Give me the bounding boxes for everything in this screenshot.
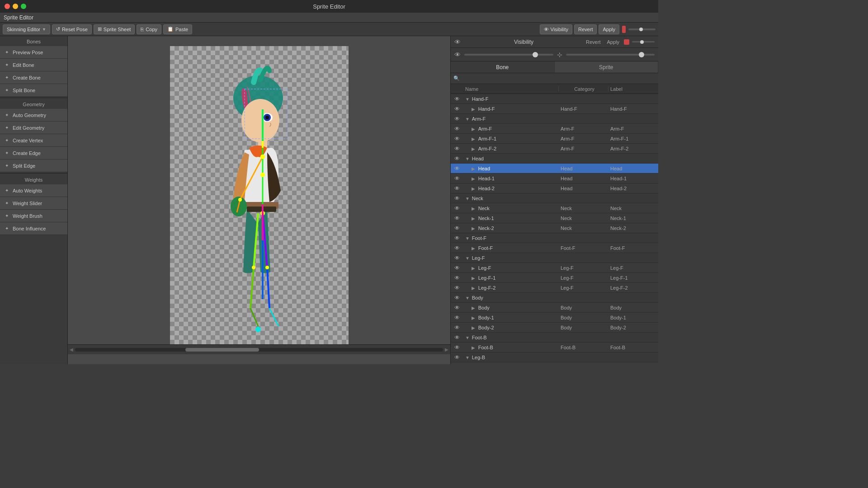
- expand-arrow-icon[interactable]: ▼: [465, 117, 471, 122]
- eye-button[interactable]: 👁: [454, 245, 460, 251]
- expand-arrow-icon[interactable]: ▼: [465, 236, 471, 241]
- tree-row[interactable]: 👁▶ Body-2BodyBody-2: [451, 323, 658, 333]
- expand-arrow-icon[interactable]: ▼: [465, 156, 471, 161]
- search-input[interactable]: [462, 76, 656, 81]
- apply-button[interactable]: Apply: [599, 24, 619, 34]
- eye-button[interactable]: 👁: [454, 185, 460, 192]
- tree-row[interactable]: 👁▶ NeckNeckNeck: [451, 203, 658, 213]
- edit-bone-button[interactable]: ✦ Edit Bone: [0, 59, 67, 71]
- eye-button[interactable]: 👁: [454, 205, 460, 211]
- tree-row[interactable]: 👁▼ Hand-F: [451, 94, 658, 104]
- tree-row[interactable]: 👁▶ Arm-F-1Arm-FArm-F-1: [451, 134, 658, 144]
- tree-row[interactable]: 👁▶ Arm-F-2Arm-FArm-F-2: [451, 144, 658, 154]
- eye-button[interactable]: 👁: [454, 285, 460, 291]
- create-edge-button[interactable]: ✦ Create Edge: [0, 147, 67, 160]
- eye-button[interactable]: 👁: [454, 106, 460, 112]
- tab-bone[interactable]: Bone: [451, 61, 555, 73]
- close-button[interactable]: [5, 4, 10, 9]
- apply-vis-button[interactable]: Apply: [605, 39, 621, 45]
- eye-button[interactable]: 👁: [454, 255, 460, 261]
- eye-button[interactable]: 👁: [454, 136, 460, 142]
- tree-row[interactable]: 👁▶ Body-1BodyBody-1: [451, 313, 658, 323]
- tree-row[interactable]: 👁▶ Foot-FFoot-FFoot-F: [451, 243, 658, 253]
- tree-row[interactable]: 👁▶ Leg-F-1Leg-FLeg-F-1: [451, 273, 658, 283]
- bone-influence-button[interactable]: ✦ Bone Influence: [0, 222, 67, 235]
- bone-opacity-thumb[interactable]: [533, 52, 538, 57]
- skinning-editor-dropdown[interactable]: Skinning Editor ▼: [3, 24, 50, 34]
- eye-button[interactable]: 👁: [454, 354, 460, 361]
- expand-arrow-icon[interactable]: ▼: [465, 97, 471, 102]
- revert-vis-button[interactable]: Revert: [584, 39, 602, 45]
- tree-row[interactable]: 👁▶ Neck-1NeckNeck-1: [451, 213, 658, 223]
- bone-tree-table[interactable]: Name Category Label 👁▼ Hand-F👁▶ Hand-FHa…: [451, 84, 658, 364]
- canvas-viewport[interactable]: [170, 46, 349, 344]
- create-bone-button[interactable]: ✦ Create Bone: [0, 71, 67, 84]
- scroll-thumb[interactable]: [185, 348, 259, 352]
- canvas-area[interactable]: ◀ ▶: [68, 36, 450, 364]
- eye-button[interactable]: 👁: [454, 215, 460, 221]
- minimize-button[interactable]: [13, 4, 18, 9]
- tree-row[interactable]: 👁▶ Neck-2NeckNeck-2: [451, 223, 658, 233]
- eye-button[interactable]: 👁: [454, 235, 460, 241]
- auto-weights-button[interactable]: ✦ Auto Weights: [0, 184, 67, 197]
- tree-row[interactable]: 👁▼ Foot-B: [451, 333, 658, 343]
- eye-button[interactable]: 👁: [454, 116, 460, 122]
- split-edge-button[interactable]: ✦ Split Edge: [0, 160, 67, 172]
- tree-row[interactable]: 👁▼ Leg-B: [451, 352, 658, 362]
- weight-slider-button[interactable]: ✦ Weight Slider: [0, 197, 67, 210]
- revert-button[interactable]: Revert: [574, 24, 597, 34]
- tree-row[interactable]: 👁▼ Arm-F: [451, 114, 658, 124]
- eye-button[interactable]: 👁: [454, 225, 460, 231]
- expand-arrow-icon[interactable]: ▼: [465, 335, 471, 340]
- tree-row[interactable]: 👁▼ Head: [451, 154, 658, 164]
- copy-button[interactable]: ⎘ Copy: [137, 24, 161, 34]
- tree-row[interactable]: 👁▶ Hand-FHand-FHand-F: [451, 104, 658, 114]
- reset-pose-button[interactable]: ↺ Reset Pose: [52, 24, 92, 34]
- auto-geometry-button[interactable]: ✦ Auto Geometry: [0, 109, 67, 122]
- eye-button[interactable]: 👁: [454, 305, 460, 311]
- preview-pose-button[interactable]: ✦ Preview Pose: [0, 46, 67, 59]
- eye-button[interactable]: 👁: [454, 275, 460, 281]
- expand-arrow-icon[interactable]: ▼: [465, 355, 471, 360]
- expand-arrow-icon[interactable]: ▼: [465, 296, 471, 300]
- paste-button[interactable]: 📋 Paste: [163, 24, 192, 34]
- eye-button[interactable]: 👁: [454, 165, 460, 172]
- expand-arrow-icon[interactable]: ▼: [465, 256, 471, 261]
- eye-button[interactable]: 👁: [454, 364, 460, 365]
- edit-geometry-button[interactable]: ✦ Edit Geometry: [0, 122, 67, 134]
- eye-button[interactable]: 👁: [454, 344, 460, 351]
- sprite-sheet-button[interactable]: ⊞ Sprite Sheet: [94, 24, 135, 34]
- vis-slider[interactable]: [632, 41, 655, 42]
- eye-button[interactable]: 👁: [454, 295, 460, 301]
- eye-button[interactable]: 👁: [454, 175, 460, 182]
- tree-row[interactable]: 👁▼ Leg-F: [451, 253, 658, 263]
- tree-row[interactable]: 👁▶ Leg-BLeg-BLeg-B: [451, 362, 658, 364]
- tree-row[interactable]: 👁▶ BodyBodyBody: [451, 303, 658, 313]
- maximize-button[interactable]: [21, 4, 26, 9]
- tree-row[interactable]: 👁▶ Head-1HeadHead-1: [451, 174, 658, 183]
- split-bone-button[interactable]: ✦ Split Bone: [0, 84, 67, 97]
- expand-arrow-icon[interactable]: ▼: [465, 196, 471, 201]
- scroll-right-arrow[interactable]: ▶: [445, 347, 448, 352]
- weight-brush-button[interactable]: ✦ Weight Brush: [0, 210, 67, 222]
- eye-button[interactable]: 👁: [454, 265, 460, 271]
- eye-button[interactable]: 👁: [454, 155, 460, 162]
- tree-row[interactable]: 👁▶ Leg-FLeg-FLeg-F: [451, 263, 658, 273]
- scroll-track[interactable]: [75, 348, 443, 352]
- tree-row[interactable]: 👁▼ Foot-F: [451, 233, 658, 243]
- visibility-toggle-button[interactable]: 👁 Visibility: [540, 24, 573, 34]
- tree-row[interactable]: 👁▶ HeadHeadHead: [451, 164, 658, 174]
- tree-row[interactable]: 👁▶ Leg-F-2Leg-FLeg-F-2: [451, 283, 658, 293]
- eye-button[interactable]: 👁: [454, 145, 460, 152]
- horizontal-scrollbar[interactable]: ◀ ▶: [68, 344, 450, 354]
- bone-opacity-slider[interactable]: [464, 54, 553, 56]
- tree-row[interactable]: 👁▼ Neck: [451, 193, 658, 203]
- tab-sprite[interactable]: Sprite: [555, 61, 659, 73]
- eye-button[interactable]: 👁: [454, 314, 460, 321]
- eye-button[interactable]: 👁: [454, 96, 460, 102]
- eye-button[interactable]: 👁: [454, 195, 460, 202]
- eye-button[interactable]: 👁: [454, 126, 460, 132]
- tree-row[interactable]: 👁▼ Body: [451, 293, 658, 303]
- eye-button[interactable]: 👁: [454, 334, 460, 341]
- tree-row[interactable]: 👁▶ Head-2HeadHead-2: [451, 183, 658, 193]
